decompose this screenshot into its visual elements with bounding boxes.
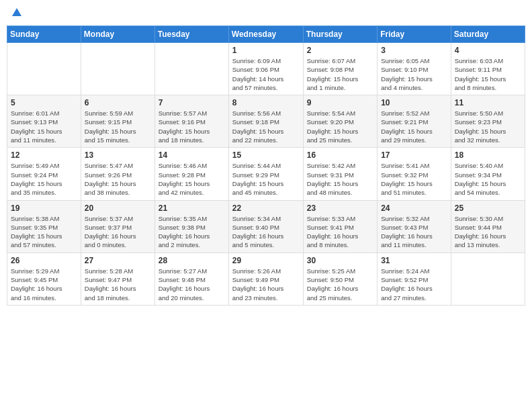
- day-info: Sunrise: 5:34 AM Sunset: 9:40 PM Dayligh…: [232, 214, 300, 250]
- calendar-cell: 14Sunrise: 5:46 AM Sunset: 9:28 PM Dayli…: [154, 148, 228, 200]
- calendar-cell: 12Sunrise: 5:49 AM Sunset: 9:24 PM Dayli…: [7, 148, 81, 200]
- column-header-friday: Friday: [378, 26, 451, 43]
- day-info: Sunrise: 5:30 AM Sunset: 9:44 PM Dayligh…: [455, 214, 521, 250]
- day-number: 28: [159, 256, 225, 265]
- day-info: Sunrise: 5:35 AM Sunset: 9:38 PM Dayligh…: [159, 214, 225, 250]
- column-header-sunday: Sunday: [7, 26, 81, 43]
- day-number: 17: [381, 150, 447, 160]
- calendar-cell: 21Sunrise: 5:35 AM Sunset: 9:38 PM Dayli…: [154, 200, 228, 253]
- calendar-cell: 2Sunrise: 6:07 AM Sunset: 9:08 PM Daylig…: [303, 43, 377, 95]
- calendar-cell: 3Sunrise: 6:05 AM Sunset: 9:10 PM Daylig…: [378, 43, 451, 95]
- day-info: Sunrise: 5:56 AM Sunset: 9:18 PM Dayligh…: [232, 109, 300, 144]
- calendar-cell: 8Sunrise: 5:56 AM Sunset: 9:18 PM Daylig…: [228, 95, 303, 148]
- calendar-cell: 11Sunrise: 5:50 AM Sunset: 9:23 PM Dayli…: [451, 95, 525, 148]
- day-number: 16: [307, 150, 373, 160]
- calendar-cell: 9Sunrise: 5:54 AM Sunset: 9:20 PM Daylig…: [303, 95, 377, 148]
- day-info: Sunrise: 5:54 AM Sunset: 9:20 PM Dayligh…: [307, 109, 373, 144]
- page-header: [7, 7, 525, 21]
- day-info: Sunrise: 5:57 AM Sunset: 9:16 PM Dayligh…: [159, 109, 225, 144]
- svg-marker-0: [12, 8, 21, 16]
- day-info: Sunrise: 5:52 AM Sunset: 9:21 PM Dayligh…: [381, 109, 447, 144]
- calendar-cell: [7, 43, 81, 95]
- calendar-cell: 24Sunrise: 5:32 AM Sunset: 9:43 PM Dayli…: [378, 200, 451, 253]
- day-number: 12: [11, 150, 77, 160]
- day-info: Sunrise: 5:41 AM Sunset: 9:32 PM Dayligh…: [381, 161, 447, 197]
- calendar-cell: 30Sunrise: 5:25 AM Sunset: 9:50 PM Dayli…: [303, 253, 377, 305]
- day-number: 20: [85, 203, 151, 213]
- day-info: Sunrise: 5:29 AM Sunset: 9:45 PM Dayligh…: [11, 267, 77, 302]
- calendar-week-row: 1Sunrise: 6:09 AM Sunset: 9:06 PM Daylig…: [7, 43, 525, 95]
- logo-icon: [11, 7, 23, 21]
- day-info: Sunrise: 5:25 AM Sunset: 9:50 PM Dayligh…: [307, 267, 373, 302]
- calendar-cell: 4Sunrise: 6:03 AM Sunset: 9:11 PM Daylig…: [451, 43, 525, 95]
- column-header-thursday: Thursday: [303, 26, 377, 43]
- calendar-header-row: SundayMondayTuesdayWednesdayThursdayFrid…: [7, 26, 525, 43]
- day-number: 2: [307, 46, 373, 55]
- day-info: Sunrise: 5:50 AM Sunset: 9:23 PM Dayligh…: [455, 109, 521, 144]
- day-number: 6: [85, 98, 151, 107]
- day-number: 7: [159, 98, 225, 107]
- calendar-cell: 23Sunrise: 5:33 AM Sunset: 9:41 PM Dayli…: [303, 200, 377, 253]
- day-number: 31: [381, 256, 447, 265]
- calendar-cell: 26Sunrise: 5:29 AM Sunset: 9:45 PM Dayli…: [7, 253, 81, 305]
- calendar-cell: 22Sunrise: 5:34 AM Sunset: 9:40 PM Dayli…: [228, 200, 303, 253]
- calendar-cell: 6Sunrise: 5:59 AM Sunset: 9:15 PM Daylig…: [81, 95, 154, 148]
- day-number: 25: [455, 203, 521, 213]
- calendar-cell: [154, 43, 228, 95]
- day-info: Sunrise: 5:47 AM Sunset: 9:26 PM Dayligh…: [85, 161, 151, 197]
- calendar-cell: 13Sunrise: 5:47 AM Sunset: 9:26 PM Dayli…: [81, 148, 154, 200]
- day-info: Sunrise: 6:09 AM Sunset: 9:06 PM Dayligh…: [232, 56, 300, 92]
- day-info: Sunrise: 5:28 AM Sunset: 9:47 PM Dayligh…: [85, 267, 151, 302]
- calendar-cell: 31Sunrise: 5:24 AM Sunset: 9:52 PM Dayli…: [378, 253, 451, 305]
- column-header-saturday: Saturday: [451, 26, 525, 43]
- day-number: 15: [232, 150, 300, 160]
- day-info: Sunrise: 6:01 AM Sunset: 9:13 PM Dayligh…: [11, 109, 77, 144]
- day-number: 18: [455, 150, 521, 160]
- day-info: Sunrise: 5:37 AM Sunset: 9:37 PM Dayligh…: [85, 214, 151, 250]
- day-info: Sunrise: 5:59 AM Sunset: 9:15 PM Dayligh…: [85, 109, 151, 144]
- day-number: 1: [232, 46, 300, 55]
- calendar-cell: 15Sunrise: 5:44 AM Sunset: 9:29 PM Dayli…: [228, 148, 303, 200]
- day-number: 11: [455, 98, 521, 107]
- day-info: Sunrise: 5:44 AM Sunset: 9:29 PM Dayligh…: [232, 161, 300, 197]
- logo: [9, 7, 24, 21]
- calendar-table: SundayMondayTuesdayWednesdayThursdayFrid…: [7, 26, 525, 306]
- calendar-cell: 25Sunrise: 5:30 AM Sunset: 9:44 PM Dayli…: [451, 200, 525, 253]
- day-number: 26: [11, 256, 77, 265]
- calendar-week-row: 26Sunrise: 5:29 AM Sunset: 9:45 PM Dayli…: [7, 253, 525, 305]
- day-number: 13: [85, 150, 151, 160]
- day-number: 22: [232, 203, 300, 213]
- day-number: 8: [232, 98, 300, 107]
- calendar-week-row: 5Sunrise: 6:01 AM Sunset: 9:13 PM Daylig…: [7, 95, 525, 148]
- day-number: 19: [11, 203, 77, 213]
- day-info: Sunrise: 5:38 AM Sunset: 9:35 PM Dayligh…: [11, 214, 77, 250]
- calendar-cell: 29Sunrise: 5:26 AM Sunset: 9:49 PM Dayli…: [228, 253, 303, 305]
- day-info: Sunrise: 5:42 AM Sunset: 9:31 PM Dayligh…: [307, 161, 373, 197]
- day-number: 30: [307, 256, 373, 265]
- day-number: 29: [232, 256, 300, 265]
- calendar-cell: 5Sunrise: 6:01 AM Sunset: 9:13 PM Daylig…: [7, 95, 81, 148]
- day-number: 5: [11, 98, 77, 107]
- day-info: Sunrise: 5:26 AM Sunset: 9:49 PM Dayligh…: [232, 267, 300, 302]
- day-info: Sunrise: 6:05 AM Sunset: 9:10 PM Dayligh…: [381, 56, 447, 92]
- calendar-cell: 19Sunrise: 5:38 AM Sunset: 9:35 PM Dayli…: [7, 200, 81, 253]
- calendar-cell: [81, 43, 154, 95]
- day-info: Sunrise: 5:27 AM Sunset: 9:48 PM Dayligh…: [159, 267, 225, 302]
- calendar-cell: 17Sunrise: 5:41 AM Sunset: 9:32 PM Dayli…: [378, 148, 451, 200]
- calendar-cell: 18Sunrise: 5:40 AM Sunset: 9:34 PM Dayli…: [451, 148, 525, 200]
- column-header-wednesday: Wednesday: [228, 26, 303, 43]
- day-info: Sunrise: 6:07 AM Sunset: 9:08 PM Dayligh…: [307, 56, 373, 92]
- day-number: 10: [381, 98, 447, 107]
- calendar-cell: [451, 253, 525, 305]
- day-info: Sunrise: 5:32 AM Sunset: 9:43 PM Dayligh…: [381, 214, 447, 250]
- calendar-week-row: 19Sunrise: 5:38 AM Sunset: 9:35 PM Dayli…: [7, 200, 525, 253]
- calendar-cell: 28Sunrise: 5:27 AM Sunset: 9:48 PM Dayli…: [154, 253, 228, 305]
- calendar-cell: 1Sunrise: 6:09 AM Sunset: 9:06 PM Daylig…: [228, 43, 303, 95]
- calendar-cell: 7Sunrise: 5:57 AM Sunset: 9:16 PM Daylig…: [154, 95, 228, 148]
- day-number: 24: [381, 203, 447, 213]
- day-number: 14: [159, 150, 225, 160]
- calendar-cell: 20Sunrise: 5:37 AM Sunset: 9:37 PM Dayli…: [81, 200, 154, 253]
- day-number: 23: [307, 203, 373, 213]
- day-number: 4: [455, 46, 521, 55]
- day-number: 9: [307, 98, 373, 107]
